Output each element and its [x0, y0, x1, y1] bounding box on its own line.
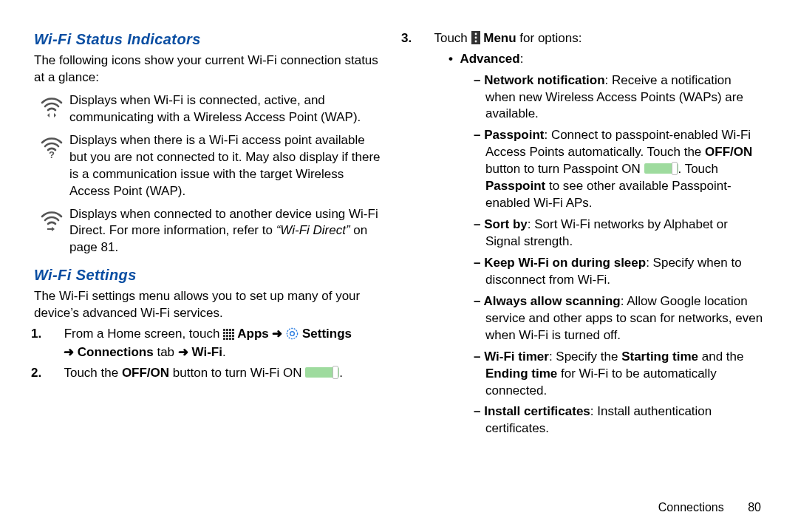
svg-rect-7	[229, 332, 231, 334]
toggle-on-icon	[305, 366, 339, 379]
offon-label-2: OFF/ON	[705, 145, 752, 159]
timer-b: and the	[698, 349, 743, 364]
svg-rect-3	[229, 329, 231, 331]
manual-page: Wi-Fi Status Indicators The following ic…	[0, 0, 798, 532]
step-2-number: 2.	[47, 364, 61, 383]
svg-point-21	[474, 37, 477, 39]
wifi-direct-icon	[34, 206, 69, 233]
apps-label: Apps	[234, 327, 269, 341]
apps-grid-icon	[223, 329, 234, 340]
step-3-text-b: for options:	[516, 31, 582, 45]
item-install-certificates: – Install certificates: Install authenti…	[474, 403, 764, 437]
step-1-number: 1.	[47, 325, 61, 344]
indicator-text-1: Displays when Wi-Fi is connected, active…	[69, 92, 381, 126]
arrow-3: ➜	[178, 345, 188, 359]
intro-text-1: The following icons show your current Wi…	[34, 52, 381, 86]
item-sort-by: – Sort by: Sort Wi-Fi networks by Alphab…	[474, 216, 764, 250]
subheading-status-indicators: Wi-Fi Status Indicators	[34, 31, 381, 48]
passpoint-label: Passpoint	[484, 128, 544, 142]
step-3-number: 3.	[417, 30, 431, 48]
step-1-period: .	[222, 345, 226, 359]
advanced-colon: :	[520, 52, 524, 66]
svg-point-17	[287, 329, 298, 339]
step-3-text-a: Touch	[434, 31, 471, 45]
indicator-text-3: Displays when connected to another devic…	[69, 206, 381, 257]
offon-label-1: OFF/ON	[122, 366, 169, 380]
toggle-on-icon-2	[644, 162, 678, 175]
right-column: 3. Touch Menu for options: Advanced: – N…	[417, 27, 764, 442]
step-2-text-b: button to turn Wi-Fi ON	[169, 366, 305, 380]
svg-rect-6	[226, 332, 228, 334]
keepon-label: Keep Wi-Fi on during sleep	[484, 256, 646, 270]
indicator-row-available: ? Displays when there is a Wi-Fi access …	[34, 132, 381, 200]
svg-rect-2	[226, 329, 228, 331]
item-passpoint: – Passpoint: Connect to passpoint-enable…	[474, 127, 764, 212]
step-2: 2. Touch the OFF/ON button to turn Wi-Fi…	[47, 364, 381, 383]
left-column: Wi-Fi Status Indicators The following ic…	[34, 27, 381, 442]
indicator-row-direct: Displays when connected to another devic…	[34, 206, 381, 257]
svg-rect-9	[223, 335, 225, 337]
svg-rect-14	[226, 338, 228, 340]
item-network-notification: – Network notification: Receive a notifi…	[474, 72, 764, 123]
svg-rect-5	[223, 332, 225, 334]
sortby-label: Sort by	[484, 217, 528, 231]
tab-text: tab	[154, 345, 178, 359]
arrow-2: ➜	[64, 345, 74, 359]
subheading-wifi-settings: Wi-Fi Settings	[34, 267, 381, 284]
netnotif-label: Network notification	[484, 73, 604, 87]
intro-text-2: The Wi-Fi settings menu allows you to se…	[34, 288, 381, 322]
steps-list: 1. From a Home screen, touch Apps ➜	[47, 325, 381, 383]
svg-rect-15	[229, 338, 231, 340]
page-footer: Connections 80	[658, 501, 761, 514]
svg-text:?: ?	[49, 149, 55, 159]
passpoint-b: button to turn Passpoint ON	[485, 162, 644, 176]
step-3: 3. Touch Menu for options: Advanced: – N…	[417, 30, 764, 437]
advanced-item: Advanced: – Network notification: Receiv…	[449, 51, 764, 438]
steps-list-cont: 3. Touch Menu for options: Advanced: – N…	[417, 30, 764, 437]
indicator-text-2: Displays when there is a Wi-Fi access po…	[69, 132, 381, 200]
step-1: 1. From a Home screen, touch Apps ➜	[47, 325, 381, 361]
timer-label: Wi-Fi timer	[484, 349, 549, 364]
menu-overflow-icon	[471, 31, 480, 44]
settings-label: Settings	[299, 327, 352, 341]
svg-point-18	[290, 332, 295, 336]
step-2-period: .	[339, 366, 343, 380]
passpoint-c: . Touch	[678, 162, 719, 176]
starting-time-label: Starting time	[621, 349, 698, 364]
passpoint-label-2: Passpoint	[485, 179, 545, 193]
settings-gear-icon	[286, 327, 299, 340]
connections-label: Connections	[78, 345, 154, 359]
allowscan-label: Always allow scanning	[484, 294, 621, 308]
step-1-text-a: From a Home screen, touch	[64, 327, 223, 341]
svg-point-22	[474, 41, 477, 43]
step-2-text-a: Touch the	[64, 366, 121, 380]
options-bullet-list: Advanced: – Network notification: Receiv…	[449, 51, 764, 438]
svg-rect-11	[229, 335, 231, 337]
wifi-question-icon: ?	[34, 132, 69, 159]
advanced-sublist: – Network notification: Receive a notifi…	[474, 72, 764, 438]
svg-rect-13	[223, 338, 225, 340]
svg-rect-10	[226, 335, 228, 337]
svg-rect-1	[223, 329, 225, 331]
certs-label: Install certificates	[484, 404, 590, 418]
indicator-row-connected: Displays when Wi-Fi is connected, active…	[34, 92, 381, 126]
arrow-1: ➜	[272, 327, 282, 341]
ending-time-label: Ending time	[485, 366, 557, 381]
footer-section: Connections	[658, 501, 724, 514]
timer-a: : Specify the	[549, 349, 621, 364]
item-allow-scanning: – Always allow scanning: Allow Google lo…	[474, 293, 764, 344]
item-wifi-timer: – Wi-Fi timer: Specify the Starting time…	[474, 349, 764, 400]
item-keep-on-sleep: – Keep Wi-Fi on during sleep: Specify wh…	[474, 255, 764, 289]
advanced-label: Advanced	[460, 52, 519, 66]
menu-label: Menu	[480, 31, 516, 45]
footer-page-number: 80	[748, 501, 761, 514]
wifi-direct-ref: “Wi-Fi Direct”	[276, 223, 350, 237]
wifi-active-icon	[34, 92, 69, 119]
two-column-layout: Wi-Fi Status Indicators The following ic…	[34, 27, 764, 442]
wifi-label: Wi-Fi	[192, 345, 222, 359]
svg-point-20	[474, 33, 477, 35]
